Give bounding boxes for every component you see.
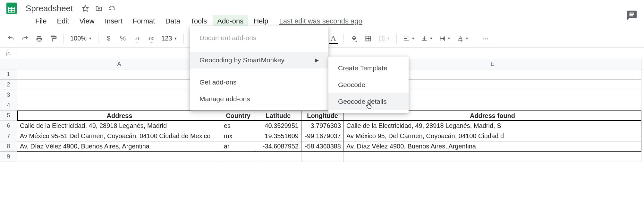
menu-format[interactable]: Format [128, 15, 160, 27]
row-header[interactable]: 4 [0, 100, 17, 111]
header-country[interactable]: Country [221, 111, 255, 121]
menu-manage-addons[interactable]: Manage add-ons [190, 91, 328, 107]
separator [196, 49, 322, 49]
cell[interactable] [255, 152, 301, 162]
menu-insert[interactable]: Insert [100, 15, 127, 27]
separator [98, 34, 98, 43]
addons-dropdown: Document add-ons Geocoding by SmartMonke… [190, 26, 328, 111]
menu-view[interactable]: View [75, 15, 99, 27]
cell-found[interactable]: Av. Díaz Vélez 4900, Buenos Aires, Argen… [344, 141, 641, 152]
menu-data[interactable]: Data [161, 15, 184, 27]
menu-label: Geocoding by SmartMonkey [199, 56, 284, 64]
move-folder-icon[interactable] [95, 4, 103, 13]
undo-button[interactable] [4, 32, 17, 45]
separator [196, 71, 322, 71]
separator [64, 34, 64, 43]
document-title[interactable]: Spreadsheet [26, 4, 73, 13]
submenu-geocode[interactable]: Geocode [328, 76, 409, 93]
cell-address[interactable]: Av México 95-51 Del Carmen, Coyoacán, 04… [17, 131, 221, 141]
more-tools-button[interactable]: ⋯ [479, 32, 492, 45]
row-8: 8Av. Díaz Vélez 4900, Buenos Aires, Arge… [0, 141, 644, 152]
submenu-geocode-details[interactable]: Geocode details [328, 93, 409, 110]
menu-geocoding-smartmonkey[interactable]: Geocoding by SmartMonkey ▶ [190, 52, 328, 68]
menu-addons[interactable]: Add-ons [213, 15, 248, 27]
cell-country[interactable]: es [221, 121, 255, 131]
svg-marker-5 [82, 5, 88, 11]
menu-file[interactable]: File [31, 15, 51, 27]
row-header[interactable]: 5 [0, 111, 17, 121]
borders-button[interactable] [362, 32, 375, 45]
row-6: 6Calle de la Electricidad, 49, 28918 Leg… [0, 121, 644, 131]
decrease-decimal-button[interactable]: .0← [131, 32, 143, 45]
format-label: 123 [161, 35, 172, 42]
text-wrap-button[interactable]: ▼ [436, 35, 453, 42]
print-button[interactable] [33, 32, 46, 45]
cell[interactable] [301, 152, 344, 162]
row-header[interactable]: 2 [0, 80, 17, 90]
cloud-status-icon[interactable] [108, 4, 116, 13]
cell[interactable] [221, 152, 255, 162]
redo-button[interactable] [19, 32, 31, 45]
number-format-select[interactable]: 123▼ [159, 35, 180, 42]
header-address[interactable]: Address [17, 111, 221, 121]
select-all-corner[interactable] [0, 59, 17, 69]
submenu-create-template[interactable]: Create Template [328, 60, 409, 76]
cell-lon[interactable]: -99.1679037 [301, 131, 344, 141]
cell[interactable] [17, 152, 221, 162]
row-header[interactable]: 6 [0, 121, 17, 131]
merge-cells-button[interactable]: ▼ [376, 35, 393, 42]
cell-found[interactable]: Calle de la Electricidad, 49, 28918 Lega… [344, 121, 641, 131]
row-header[interactable]: 7 [0, 131, 17, 141]
menu-document-addons: Document add-ons [190, 30, 328, 46]
paint-format-button[interactable] [47, 32, 60, 45]
chevron-down-icon: ▼ [387, 37, 390, 40]
cell-found[interactable]: Av México 95, Del Carmen, Coyoacán, 0410… [344, 131, 641, 141]
menu-get-addons[interactable]: Get add-ons [190, 74, 328, 91]
fx-icon: fx [0, 50, 16, 57]
menu-tools[interactable]: Tools [186, 15, 211, 27]
geocoding-submenu: Create Template Geocode Geocode details [328, 57, 409, 113]
cell-lon[interactable]: -3.7976303 [301, 121, 344, 131]
titlebar: Spreadsheet [0, 0, 644, 14]
zoom-select[interactable]: 100%▼ [68, 35, 94, 42]
chevron-down-icon: ▼ [174, 37, 177, 40]
chevron-down-icon: ▼ [465, 37, 469, 40]
cell-address[interactable]: Av. Díaz Vélez 4900, Buenos Aires, Argen… [17, 141, 221, 152]
cell-address[interactable]: Calle de la Electricidad, 49, 28918 Lega… [17, 121, 221, 131]
cell[interactable] [344, 152, 641, 162]
cell-lat[interactable]: -34.6087952 [255, 141, 301, 152]
sheets-app-icon[interactable] [4, 1, 19, 16]
cell-country[interactable]: ar [221, 141, 255, 152]
svg-rect-9 [379, 36, 381, 41]
star-icon[interactable] [81, 4, 89, 13]
text-rotation-button[interactable]: ▼ [454, 35, 471, 42]
zoom-value: 100% [70, 35, 87, 42]
row-header[interactable]: 3 [0, 90, 17, 100]
header-latitude[interactable]: Latitude [255, 111, 301, 121]
separator [343, 34, 344, 43]
percent-button[interactable]: % [116, 32, 129, 45]
cell-lat[interactable]: 19.3551609 [255, 131, 301, 141]
row-header[interactable]: 8 [0, 141, 17, 152]
text-color-button[interactable]: A [327, 32, 340, 45]
comment-icon[interactable] [626, 10, 638, 21]
edit-status[interactable]: Last edit was seconds ago [279, 17, 362, 25]
row-header[interactable]: 9 [0, 152, 17, 162]
submenu-arrow-icon: ▶ [315, 58, 319, 63]
horizontal-align-button[interactable]: ▼ [401, 35, 417, 42]
separator [475, 34, 475, 43]
chevron-down-icon: ▼ [411, 37, 415, 40]
row-7: 7Av México 95-51 Del Carmen, Coyoacán, 0… [0, 131, 644, 141]
currency-button[interactable]: $ [102, 32, 115, 45]
menu-help[interactable]: Help [249, 15, 273, 27]
increase-decimal-button[interactable]: .00→ [145, 32, 157, 45]
cell-lon[interactable]: -58.4360388 [301, 141, 344, 152]
menu-edit[interactable]: Edit [52, 15, 73, 27]
row-header[interactable]: 1 [0, 69, 17, 80]
vertical-align-button[interactable]: ▼ [419, 35, 435, 42]
cell-lat[interactable]: 40.3529951 [255, 121, 301, 131]
fill-color-button[interactable] [348, 32, 360, 45]
cell-country[interactable]: mx [221, 131, 255, 141]
chevron-down-icon: ▼ [429, 37, 433, 40]
chevron-down-icon: ▼ [89, 37, 92, 40]
